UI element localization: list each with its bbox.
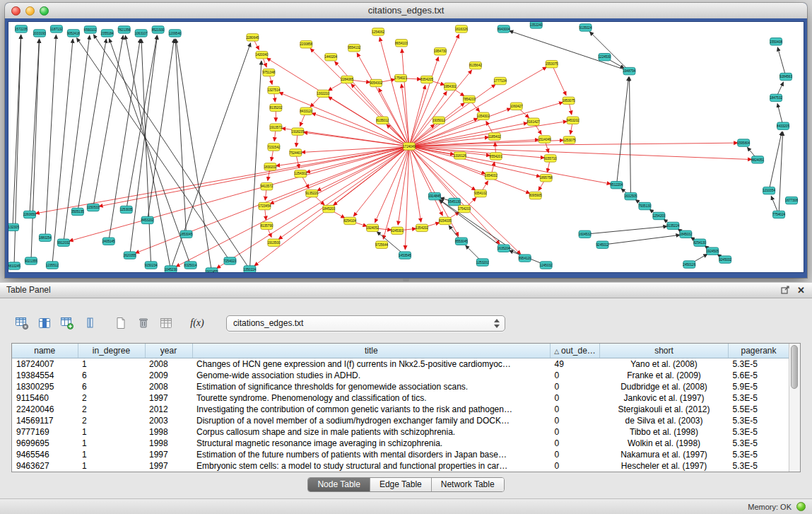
graph-edge[interactable] [176, 146, 409, 267]
graph-node[interactable]: 9245012 [596, 241, 609, 248]
graph-edge[interactable] [99, 146, 409, 206]
graph-node[interactable]: 9751348 [262, 69, 275, 76]
graph-node[interactable]: 8095905 [529, 192, 542, 199]
close-panel-icon[interactable]: ✕ [797, 283, 805, 298]
graph-node[interactable]: 1924052 [366, 224, 379, 231]
graph-node[interactable]: 8512204 [611, 181, 623, 188]
graph-node[interactable]: 8325014 [184, 262, 197, 269]
table-row[interactable]: 969969511998Structural magnetic resonanc… [12, 438, 789, 449]
graph-edge[interactable] [110, 39, 191, 265]
graph-node[interactable]: 1954302 [444, 83, 457, 90]
graph-node[interactable]: 8654103 [395, 40, 408, 47]
graph-edge[interactable] [77, 38, 230, 261]
graph-node[interactable]: 1210354 [763, 187, 775, 194]
graph-node[interactable]: 8453202 [141, 216, 154, 223]
table-row[interactable]: 2242004622012Investigating the contribut… [12, 404, 789, 415]
graph-node[interactable]: 1635204 [498, 245, 510, 252]
graph-node[interactable]: 1254203 [652, 212, 665, 219]
graph-node[interactable]: 1235512 [46, 262, 59, 269]
graph-node[interactable]: 8132305 [8, 223, 19, 230]
table-row[interactable]: 1872400712008Changes of HCN gene express… [12, 358, 789, 370]
graph-node[interactable]: 8254104 [343, 217, 356, 224]
table-row[interactable]: 1456911722003Disruption of a novel membe… [12, 415, 789, 426]
graph-node[interactable]: 7231542 [267, 144, 280, 151]
graph-node[interactable]: 1550408 [770, 38, 782, 45]
row-height-button[interactable] [81, 314, 99, 332]
graph-edge[interactable] [779, 132, 783, 215]
graph-node[interactable]: 7524401 [289, 149, 302, 156]
graph-node[interactable]: 9135220 [305, 189, 318, 197]
graph-edge[interactable] [357, 53, 409, 146]
table-row[interactable]: 1830029562008Estimation of significance … [12, 381, 789, 392]
graph-node[interactable]: 9135224 [666, 222, 679, 229]
graph-node[interactable]: 9354102 [474, 189, 487, 197]
graph-node[interactable]: 7935130 [638, 202, 651, 209]
graph-node[interactable]: 8553045 [455, 238, 468, 245]
graph-node[interactable]: 1913500 [267, 239, 280, 246]
graph-node[interactable]: 8433120 [300, 107, 312, 115]
graph-node[interactable]: 7821356 [118, 26, 131, 33]
graph-node[interactable]: 1254062 [372, 28, 384, 35]
graph-node[interactable]: 9413572 [260, 182, 273, 189]
column-header-title[interactable]: title [192, 344, 551, 358]
table-row[interactable]: 1938455462009Genome-wide association stu… [12, 370, 789, 381]
graph-node[interactable]: 1954730 [434, 48, 447, 55]
graph-edge[interactable] [35, 146, 409, 214]
graph-node[interactable]: 1723454 [258, 202, 271, 209]
graph-node[interactable]: 1453545 [399, 252, 411, 259]
network-graph-svg[interactable]: 1572235203319311871329052418659010223551… [8, 22, 804, 272]
graph-edge[interactable] [630, 77, 631, 197]
graph-node[interactable]: 1045230 [165, 266, 177, 272]
tab-node-table[interactable]: Node Table [308, 478, 370, 491]
graph-node[interactable]: 7754024 [772, 211, 785, 218]
graph-node[interactable]: 1440204 [324, 53, 337, 60]
graph-edge[interactable] [93, 35, 123, 207]
graph-node[interactable]: 1553075 [546, 60, 558, 67]
table-row[interactable]: 946362711997Embryonic stem cells: a mode… [12, 460, 789, 472]
graph-node[interactable]: 1604532 [579, 230, 592, 238]
tab-edge-table[interactable]: Edge Table [370, 478, 431, 491]
graph-node[interactable]: 1185402 [488, 133, 501, 140]
graph-node[interactable]: 2200858 [300, 41, 312, 48]
table-row[interactable]: 946554611997Estimation of the future num… [12, 449, 789, 460]
graph-node[interactable]: 1253075 [563, 136, 576, 144]
graph-node[interactable]: 8135790 [260, 222, 273, 229]
graph-node[interactable]: 1253035 [120, 206, 133, 213]
graph-edge[interactable] [590, 32, 630, 71]
graph-node[interactable]: 2450126 [683, 261, 695, 268]
graph-edge[interactable] [510, 31, 630, 71]
graph-node[interactable]: 1595804 [737, 139, 750, 146]
graph-edge[interactable] [93, 35, 249, 269]
graph-node[interactable]: 1327514 [267, 86, 280, 93]
graph-node[interactable]: 1754203 [458, 205, 471, 212]
graph-node[interactable]: 8554201 [490, 153, 502, 160]
graph-node[interactable]: 8254130 [693, 239, 706, 246]
graph-node[interactable]: 7254023 [224, 257, 237, 264]
graph-node[interactable]: 2355184 [101, 30, 114, 37]
graph-node[interactable]: 1853075 [563, 97, 575, 104]
graph-node[interactable]: 1350224 [243, 266, 256, 272]
graph-node[interactable]: 8943004 [498, 25, 510, 33]
delete-table-button[interactable] [134, 314, 153, 332]
table-selector-dropdown[interactable]: citations_edges.txt [226, 315, 505, 332]
graph-node[interactable]: 9021355 [25, 257, 37, 264]
graph-node[interactable]: 3505135 [71, 208, 84, 215]
graph-edge[interactable] [267, 58, 409, 146]
graph-node[interactable]: 8521930 [152, 26, 165, 33]
graph-node[interactable]: 1354202 [416, 224, 428, 231]
graph-node[interactable]: 6590102 [84, 26, 97, 33]
graph-node[interactable]: 8810245 [8, 262, 20, 269]
graph-node[interactable]: 9545130 [448, 198, 461, 205]
graph-node[interactable]: 9725644 [375, 241, 388, 248]
graph-node[interactable]: 8135642 [469, 62, 482, 69]
graph-node[interactable]: 9245032 [719, 256, 731, 263]
graph-edge[interactable] [777, 47, 786, 77]
import-table-button[interactable] [157, 314, 175, 332]
graph-node[interactable]: 8135202 [269, 104, 282, 111]
graph-node[interactable]: 9052418 [67, 30, 80, 37]
graph-node[interactable]: 1830202 [264, 163, 276, 170]
graph-node[interactable]: 9912032 [57, 239, 70, 246]
graph-node[interactable]: 1918235 [291, 128, 304, 135]
graph-node[interactable]: 7854203 [463, 95, 476, 103]
table-settings-button[interactable] [13, 314, 31, 332]
